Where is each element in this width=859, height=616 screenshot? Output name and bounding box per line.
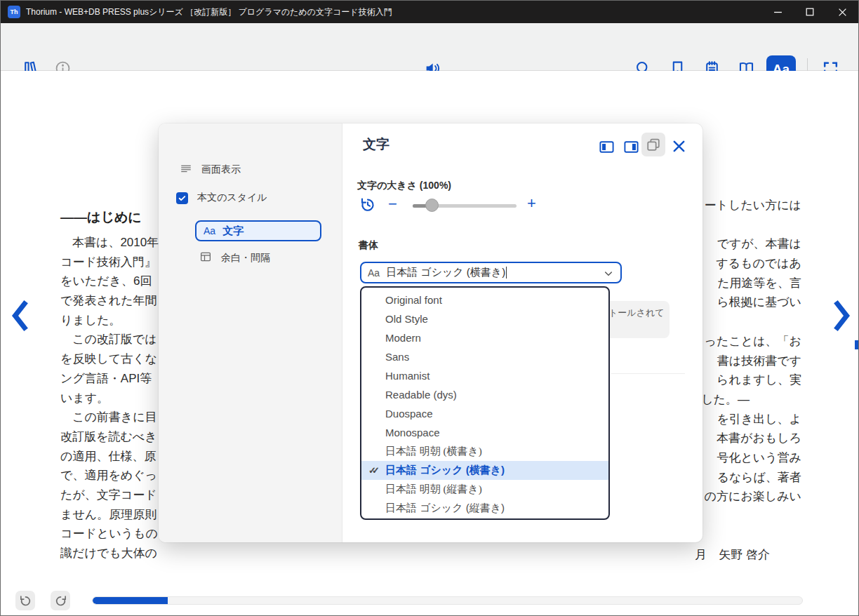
text-cursor bbox=[506, 267, 507, 279]
font-option[interactable]: Monospace bbox=[361, 423, 608, 442]
app-icon-label: Th bbox=[11, 8, 18, 15]
window-controls bbox=[761, 1, 858, 23]
font-option[interactable]: Readable (dys) bbox=[361, 385, 608, 404]
sidebar-item-display[interactable]: 画面表示 bbox=[180, 162, 241, 177]
reset-font-size-button[interactable] bbox=[359, 196, 376, 216]
typeface-label: 書体 bbox=[359, 239, 378, 252]
font-option[interactable]: Sans bbox=[361, 347, 608, 366]
dock-left-icon bbox=[602, 144, 606, 150]
prev-page-button[interactable] bbox=[9, 297, 33, 334]
chapter-heading: ——はじめに bbox=[60, 208, 142, 227]
font-option-label: 日本語 明朝 (縦書き) bbox=[385, 483, 482, 496]
titlebar: Th Thorium - WEB+DB PRESS plusシリーズ ［改訂新版… bbox=[1, 1, 858, 23]
font-option[interactable]: Humanist bbox=[361, 366, 608, 385]
minimize-button[interactable] bbox=[761, 1, 794, 23]
scrollbar-thumb[interactable] bbox=[855, 340, 859, 349]
toolbar: Aa bbox=[1, 23, 858, 71]
undo-button[interactable] bbox=[15, 591, 35, 610]
font-option[interactable]: Old Style bbox=[361, 309, 608, 328]
font-option[interactable]: 日本語 ゴシック (縦書き) bbox=[361, 499, 608, 518]
font-option[interactable]: Modern bbox=[361, 328, 608, 347]
font-option-selected[interactable]: ✓✓日本語 ゴシック (横書き) bbox=[361, 461, 608, 480]
aa-icon: Aa bbox=[368, 267, 380, 279]
font-option-label: 日本語 ゴシック (横書き) bbox=[385, 464, 505, 477]
history-reset-icon bbox=[359, 196, 376, 213]
section-divider bbox=[611, 373, 685, 374]
font-option-label: Sans bbox=[385, 351, 409, 363]
sidebar-item-label: 本文のスタイル bbox=[197, 192, 267, 204]
close-icon bbox=[671, 138, 687, 154]
book-text-line: 月 矢野 啓介 bbox=[590, 545, 801, 565]
increase-font-size-button[interactable]: + bbox=[527, 196, 536, 211]
checkbox-checked-icon[interactable] bbox=[176, 192, 188, 204]
book-text-line: 識だけでも大体の bbox=[60, 544, 355, 563]
font-option-label: Readable (dys) bbox=[385, 389, 457, 401]
close-window-button[interactable] bbox=[826, 1, 858, 23]
font-dropdown-list: Original fontOld StyleModernSansHumanist… bbox=[360, 286, 610, 520]
sidebar-item-label: 画面表示 bbox=[201, 163, 241, 176]
font-option[interactable]: 日本語 明朝 (横書き) bbox=[361, 442, 608, 461]
redo-icon bbox=[54, 594, 67, 608]
font-option-label: Original font bbox=[385, 294, 442, 306]
font-option-label: Monospace bbox=[385, 427, 440, 438]
maximize-button[interactable] bbox=[794, 1, 826, 23]
decrease-font-size-button[interactable]: − bbox=[388, 196, 397, 212]
redo-button[interactable] bbox=[51, 591, 70, 610]
text-settings-dialog: 画面表示 本文のスタイル Aa 文字 余白・間隔 文字 文字の大きさ (100%… bbox=[159, 123, 702, 542]
progress-fill bbox=[93, 597, 168, 604]
sidebar-item-margins[interactable]: 余白・間隔 bbox=[199, 250, 270, 265]
detach-window-button[interactable] bbox=[641, 133, 665, 156]
sidebar-item-text-selected[interactable]: Aa 文字 bbox=[195, 220, 321, 241]
dialog-sidebar: 画面表示 本文のスタイル Aa 文字 余白・間隔 bbox=[159, 123, 342, 542]
undo-icon bbox=[19, 594, 32, 608]
sidebar-item-label: 余白・間隔 bbox=[221, 252, 270, 265]
font-hint-text: トールされて bbox=[608, 307, 665, 319]
font-option[interactable]: Original font bbox=[361, 290, 608, 309]
font-option[interactable]: 日本語 明朝 (縦書き) bbox=[361, 480, 608, 499]
sidebar-item-body-style[interactable]: 本文のスタイル bbox=[176, 192, 267, 204]
font-option[interactable]: Duospace bbox=[361, 404, 608, 423]
panel-title: 文字 bbox=[363, 135, 389, 154]
font-option-label: Duospace bbox=[385, 408, 433, 420]
font-option-label: Modern bbox=[385, 332, 421, 344]
font-size-label: 文字の大きさ (100%) bbox=[357, 180, 451, 192]
sidebar-item-label: 文字 bbox=[222, 225, 244, 238]
app-icon: Th bbox=[8, 6, 20, 18]
dock-right-icon bbox=[632, 144, 636, 150]
aa-icon: Aa bbox=[204, 225, 215, 236]
window-title: Thorium - WEB+DB PRESS plusシリーズ ［改訂新版］ プ… bbox=[26, 1, 392, 23]
slider-thumb[interactable] bbox=[425, 199, 439, 212]
font-option-label: 日本語 明朝 (横書き) bbox=[385, 445, 482, 458]
close-dialog-button[interactable] bbox=[671, 138, 687, 154]
reading-progress-bar[interactable] bbox=[92, 596, 803, 605]
selected-check-icon: ✓✓ bbox=[368, 465, 385, 476]
app-window: Th Thorium - WEB+DB PRESS plusシリーズ ［改訂新版… bbox=[0, 0, 859, 616]
dock-left-button[interactable] bbox=[599, 139, 615, 155]
typeface-value: 日本語 ゴシック (横書き) bbox=[386, 266, 505, 279]
next-page-button[interactable] bbox=[829, 297, 853, 334]
font-option-label: Humanist bbox=[385, 370, 429, 382]
display-lines-icon bbox=[180, 162, 192, 177]
typeface-combobox[interactable]: Aa 日本語 ゴシック (横書き) bbox=[360, 262, 622, 283]
chevron-down-icon bbox=[603, 268, 614, 279]
dock-right-button[interactable] bbox=[623, 139, 639, 155]
font-option-label: Old Style bbox=[385, 313, 428, 325]
font-option-label: 日本語 ゴシック (縦書き) bbox=[385, 502, 505, 515]
layout-icon bbox=[199, 250, 212, 265]
copies-icon bbox=[646, 137, 661, 152]
